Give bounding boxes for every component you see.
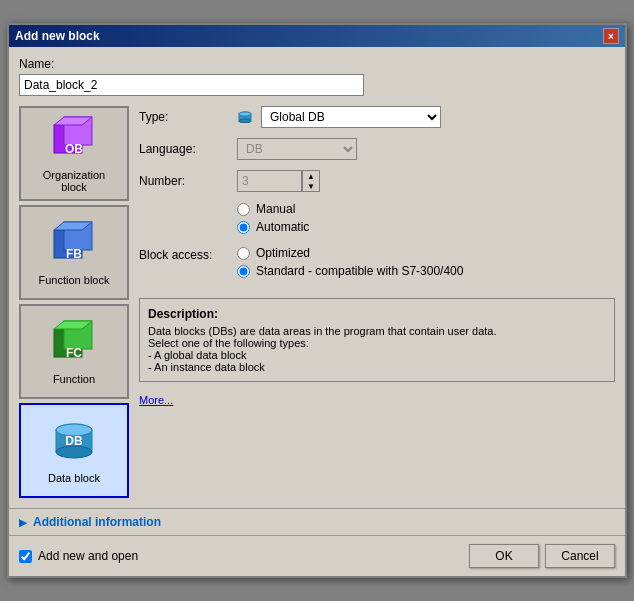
svg-point-19 [239, 119, 251, 123]
description-box: Description: Data blocks (DBs) are data … [139, 298, 615, 382]
global-db-icon [237, 109, 253, 126]
number-control: ▲ ▼ [237, 170, 327, 192]
optimized-label: Optimized [256, 246, 310, 260]
right-panel: Type: Global DB Instance [139, 106, 615, 498]
block-access-group: Optimized Standard - compatible with S7-… [237, 246, 463, 278]
fb-label: Function block [39, 274, 110, 286]
main-content: OB Organizationblock FB [19, 106, 615, 498]
ob-label: Organizationblock [43, 169, 105, 193]
standard-label: Standard - compatible with S7-300/400 [256, 264, 463, 278]
db-icon: DB [46, 418, 102, 468]
block-item-fb[interactable]: FB Function block [19, 205, 129, 300]
type-select[interactable]: Global DB Instance DB [261, 106, 441, 128]
language-row: Language: DB [139, 138, 615, 160]
number-input[interactable] [237, 170, 302, 192]
standard-row: Standard - compatible with S7-300/400 [237, 264, 463, 278]
number-spinner: ▲ ▼ [302, 170, 320, 192]
close-button[interactable]: × [603, 28, 619, 44]
additional-info-label: Additional information [33, 515, 161, 529]
svg-text:FC: FC [66, 346, 82, 360]
add-new-block-dialog: Add new block × Name: [7, 23, 627, 578]
fc-icon: FC [46, 319, 102, 369]
automatic-label: Automatic [256, 220, 309, 234]
bottom-bar: Add new and open OK Cancel [9, 536, 625, 576]
number-label: Number: [139, 174, 229, 188]
expand-arrow-icon: ▶ [19, 517, 27, 528]
name-label: Name: [19, 57, 615, 71]
number-up-button[interactable]: ▲ [303, 171, 319, 181]
more-link[interactable]: More... [139, 394, 615, 406]
svg-text:OB: OB [65, 142, 83, 156]
svg-text:FB: FB [66, 247, 82, 261]
optimized-radio[interactable] [237, 247, 250, 260]
automatic-row: Automatic [237, 220, 615, 234]
name-input[interactable] [19, 74, 364, 96]
numbering-group: Manual Automatic [237, 202, 615, 234]
number-row: Number: ▲ ▼ [139, 170, 615, 192]
language-select[interactable]: DB [237, 138, 357, 160]
optimized-row: Optimized [237, 246, 463, 260]
svg-point-20 [239, 112, 251, 116]
block-item-db[interactable]: DB Data block [19, 403, 129, 498]
ok-button[interactable]: OK [469, 544, 539, 568]
fb-icon: FB [46, 220, 102, 270]
svg-text:DB: DB [65, 434, 83, 448]
db-label: Data block [48, 472, 100, 484]
automatic-radio[interactable] [237, 221, 250, 234]
add-open-label: Add new and open [38, 549, 138, 563]
block-item-ob[interactable]: OB Organizationblock [19, 106, 129, 201]
language-label: Language: [139, 142, 229, 156]
add-open-row: Add new and open [19, 549, 138, 563]
standard-radio[interactable] [237, 265, 250, 278]
number-down-button[interactable]: ▼ [303, 181, 319, 191]
action-buttons: OK Cancel [469, 544, 615, 568]
type-control: Global DB Instance DB [237, 106, 441, 128]
type-row: Type: Global DB Instance [139, 106, 615, 128]
manual-label: Manual [256, 202, 295, 216]
cancel-button[interactable]: Cancel [545, 544, 615, 568]
additional-info-bar[interactable]: ▶ Additional information [9, 508, 625, 536]
block-access-section: Block access: Optimized Standard - compa… [139, 246, 615, 282]
description-title: Description: [148, 307, 606, 321]
dialog-body: Name: OB [9, 47, 625, 508]
block-item-fc[interactable]: FC Function [19, 304, 129, 399]
block-access-label: Block access: [139, 248, 229, 262]
manual-radio[interactable] [237, 203, 250, 216]
fc-label: Function [53, 373, 95, 385]
ob-icon: OB [46, 115, 102, 165]
name-section: Name: [19, 57, 615, 96]
manual-row: Manual [237, 202, 615, 216]
title-bar: Add new block × [9, 25, 625, 47]
description-text: Data blocks (DBs) are data areas in the … [148, 325, 606, 373]
type-label: Type: [139, 110, 229, 124]
block-type-list: OB Organizationblock FB [19, 106, 129, 498]
add-open-checkbox[interactable] [19, 550, 32, 563]
dialog-title: Add new block [15, 29, 100, 43]
